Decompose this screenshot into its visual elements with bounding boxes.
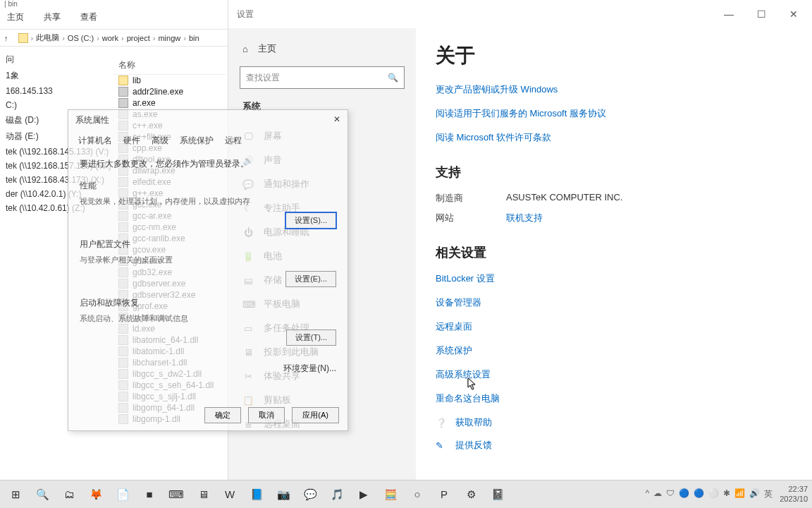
settings-content: 关于 更改产品密钥或升级 Windows 阅读适用于我们服务的 Microsof… [416, 28, 812, 480]
startup-group: 启动和故障恢复 系统启动、系统故障和调试信息 设置(T)... [80, 297, 336, 346]
taskbar-clock[interactable]: 22:37 2023/10 [780, 485, 808, 503]
up-icon[interactable]: ↑ [4, 34, 8, 42]
file-name: addr2line.exe [133, 87, 183, 97]
feedback-icon: ✎ [436, 440, 445, 451]
file-row[interactable]: lib [113, 75, 226, 86]
tray-icon[interactable]: ^ [646, 488, 650, 500]
ribbon-tab-share[interactable]: 共享 [41, 10, 63, 25]
system-properties-dialog[interactable]: 系统属性 ✕ 计算机名 硬件 高级 系统保护 远程 要进行大多数更改，您必须作为… [68, 109, 348, 431]
taskbar-app-icon[interactable]: 🖥 [192, 484, 214, 505]
taskbar-app-icon[interactable]: W [219, 484, 241, 505]
file-row[interactable]: addr2line.exe [113, 86, 226, 97]
tab-computer-name[interactable]: 计算机名 [75, 133, 115, 148]
link-license-terms[interactable]: 阅读 Microsoft 软件许可条款 [436, 131, 792, 144]
folder-icon [118, 75, 128, 85]
tab-advanced[interactable]: 高级 [149, 133, 171, 148]
tray-icon[interactable]: 🔊 [749, 488, 760, 500]
taskbar-app-icon[interactable]: 📄 [111, 484, 134, 505]
settings-search[interactable]: 查找设置 🔍 [240, 66, 405, 89]
crumb-c[interactable]: OS (C:) [68, 34, 94, 42]
ribbon-tab-view[interactable]: 查看 [78, 10, 100, 25]
home-icon: ⌂ [242, 44, 248, 54]
related-link[interactable]: 设备管理器 [436, 296, 792, 309]
taskbar-app-icon[interactable]: 📷 [272, 484, 295, 505]
taskbar-app-icon[interactable]: ⊞ [4, 484, 27, 505]
explorer-breadcrumb[interactable]: ↑ › 此电脑› OS (C:)› work› project› mingw› … [0, 30, 228, 47]
search-icon: 🔍 [388, 73, 398, 83]
tab-remote[interactable]: 远程 [222, 133, 245, 148]
apply-button[interactable]: 应用(A) [292, 407, 339, 423]
folder-icon [18, 33, 28, 43]
crumb-pc[interactable]: 此电脑 [36, 32, 59, 43]
startup-desc: 系统启动、系统故障和调试信息 [80, 313, 336, 324]
maximize-button[interactable]: ☐ [751, 8, 771, 20]
taskbar-app-icon[interactable]: ⌨ [165, 484, 187, 505]
nav-home-label: 主页 [258, 42, 276, 55]
startup-settings-button[interactable]: 设置(T)... [286, 329, 336, 346]
crumb-mingw[interactable]: mingw [158, 34, 180, 42]
taskbar-app-icon[interactable]: 📓 [486, 484, 509, 505]
tab-system-protection[interactable]: 系统保护 [177, 133, 216, 148]
env-vars-button[interactable]: 环境变量(N)... [283, 363, 336, 375]
crumb-project[interactable]: project [127, 34, 150, 42]
related-heading: 相关设置 [436, 244, 792, 261]
related-link[interactable]: 远程桌面 [436, 320, 792, 333]
taskbar-app-icon[interactable]: 🧮 [379, 484, 402, 505]
minimize-button[interactable]: — [719, 8, 739, 20]
column-name[interactable]: 名称 [113, 56, 226, 75]
profiles-desc: 与登录帐户相关的桌面设置 [80, 255, 336, 265]
ribbon-tab-home[interactable]: 主页 [4, 10, 27, 25]
taskbar-app-icon[interactable]: P [433, 484, 455, 505]
support-heading: 支持 [436, 164, 792, 181]
link-change-key[interactable]: 更改产品密钥或升级 Windows [436, 83, 792, 96]
tray-icon[interactable]: ⚪ [708, 488, 719, 500]
help-label: 获取帮助 [455, 416, 492, 429]
feedback-row[interactable]: ✎ 提供反馈 [436, 439, 792, 452]
perf-group: 性能 视觉效果，处理器计划，内存使用，以及虚拟内存 设置(S)... [80, 180, 336, 229]
taskbar-app-icon[interactable]: 🗂 [58, 484, 80, 505]
sysprop-tabs[interactable]: 计算机名 硬件 高级 系统保护 远程 [68, 131, 347, 151]
related-link[interactable]: 系统保护 [436, 344, 792, 357]
tray-icon[interactable]: 英 [764, 488, 773, 500]
taskbar-app-icon[interactable]: ⚙ [460, 484, 482, 505]
help-row[interactable]: ❔ 获取帮助 [436, 416, 792, 429]
profiles-settings-button[interactable]: 设置(E)... [285, 271, 336, 287]
ok-button[interactable]: 确定 [204, 407, 241, 423]
cancel-button[interactable]: 取消 [248, 407, 285, 423]
taskbar-app-icon[interactable]: 🔍 [31, 484, 54, 505]
clock-time: 22:37 [780, 485, 808, 494]
taskbar-app-icon[interactable]: 🎵 [326, 484, 348, 505]
taskbar-app-icon[interactable]: ○ [406, 484, 429, 505]
crumb-bin[interactable]: bin [189, 34, 199, 42]
tray-icon[interactable]: 🔵 [679, 488, 689, 500]
tray-icon[interactable]: 🔵 [694, 488, 704, 500]
tray-icon[interactable]: 🛡 [666, 488, 675, 500]
startup-title: 启动和故障恢复 [80, 297, 336, 309]
feedback-label: 提供反馈 [455, 439, 492, 452]
sysprop-close-icon[interactable]: ✕ [333, 114, 340, 126]
link-services-agreement[interactable]: 阅读适用于我们服务的 Microsoft 服务协议 [436, 107, 792, 120]
sysprop-title: 系统属性 [75, 114, 109, 126]
tray-icon[interactable]: ☁ [653, 488, 662, 500]
profiles-group: 用户配置文件 与登录帐户相关的桌面设置 设置(E)... [80, 238, 336, 287]
site-value[interactable]: 联机支持 [506, 212, 543, 224]
nav-home[interactable]: ⌂ 主页 [233, 37, 412, 61]
tray-icon[interactable]: ✱ [723, 488, 730, 500]
perf-desc: 视觉效果，处理器计划，内存使用，以及虚拟内存 [80, 196, 336, 207]
file-row[interactable]: ar.exe [113, 97, 226, 109]
crumb-work[interactable]: work [102, 34, 118, 42]
taskbar-app-icon[interactable]: 📘 [245, 484, 268, 505]
tab-hardware[interactable]: 硬件 [121, 133, 143, 148]
perf-title: 性能 [80, 180, 336, 192]
tray-icon[interactable]: 📶 [734, 488, 745, 500]
taskbar[interactable]: ⊞🔍🗂🦊📄■⌨🖥W📘📷💬🎵▶🧮○P⚙📓 ^☁🛡🔵🔵⚪✱📶🔊英 22:37 202… [0, 480, 812, 508]
related-link[interactable]: BitLocker 设置 [436, 272, 792, 285]
taskbar-app-icon[interactable]: 🦊 [85, 484, 107, 505]
related-link[interactable]: 重命名这台电脑 [436, 392, 792, 405]
taskbar-app-icon[interactable]: 💬 [299, 484, 321, 505]
perf-settings-button[interactable]: 设置(S)... [285, 212, 336, 229]
close-button[interactable]: ✕ [784, 8, 804, 20]
related-link[interactable]: 高级系统设置 [436, 368, 792, 381]
taskbar-app-icon[interactable]: ▶ [352, 484, 375, 505]
taskbar-app-icon[interactable]: ■ [138, 484, 161, 505]
